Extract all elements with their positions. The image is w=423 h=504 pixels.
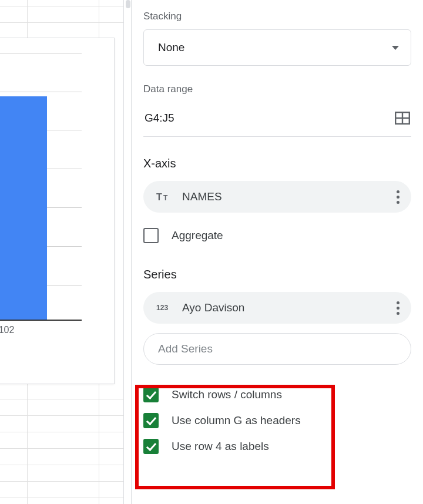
switch-rows-columns-label: Switch rows / columns [172, 388, 282, 401]
aggregate-checkbox[interactable] [143, 228, 159, 243]
switch-rows-columns-checkbox[interactable] [143, 387, 159, 402]
use-row-labels-label: Use row 4 as labels [172, 440, 269, 453]
use-column-headers-checkbox[interactable] [143, 413, 159, 428]
data-range-label: Data range [143, 83, 411, 95]
vertical-scrollbar[interactable] [123, 0, 132, 504]
xaxis-menu-icon[interactable] [394, 187, 402, 207]
spreadsheet-grid: S102 [0, 0, 123, 504]
chart-x-tick: S102 [0, 325, 14, 335]
number-type-icon: 123 [156, 303, 172, 313]
use-row-labels-checkbox[interactable] [143, 439, 159, 454]
select-range-icon[interactable] [395, 112, 410, 125]
svg-text:123: 123 [156, 304, 168, 312]
stacking-dropdown[interactable]: None [143, 29, 411, 66]
data-range-value[interactable]: G4:J5 [145, 112, 174, 125]
add-series-button[interactable]: Add Series [143, 333, 411, 365]
series-heading: Series [143, 268, 411, 281]
aggregate-label: Aggregate [172, 229, 223, 242]
chart-bar [0, 96, 47, 320]
xaxis-heading: X-axis [143, 157, 411, 170]
text-type-icon: TT [156, 191, 172, 202]
stacking-label: Stacking [143, 11, 411, 22]
series-chip[interactable]: 123 Ayo Davison [143, 292, 411, 324]
chevron-down-icon [392, 46, 399, 50]
chart-preview[interactable]: S102 [0, 38, 115, 384]
xaxis-chip-label: NAMES [182, 190, 384, 203]
series-menu-icon[interactable] [394, 298, 402, 318]
svg-text:T: T [163, 194, 168, 202]
stacking-value: None [158, 41, 184, 54]
add-series-label: Add Series [158, 342, 213, 355]
use-column-headers-label: Use column G as headers [172, 414, 301, 427]
chart-editor-panel: Stacking None Data range G4:J5 X-axis TT… [132, 0, 423, 504]
xaxis-chip[interactable]: TT NAMES [143, 181, 411, 213]
series-chip-label: Ayo Davison [182, 301, 384, 314]
svg-text:T: T [156, 192, 162, 202]
